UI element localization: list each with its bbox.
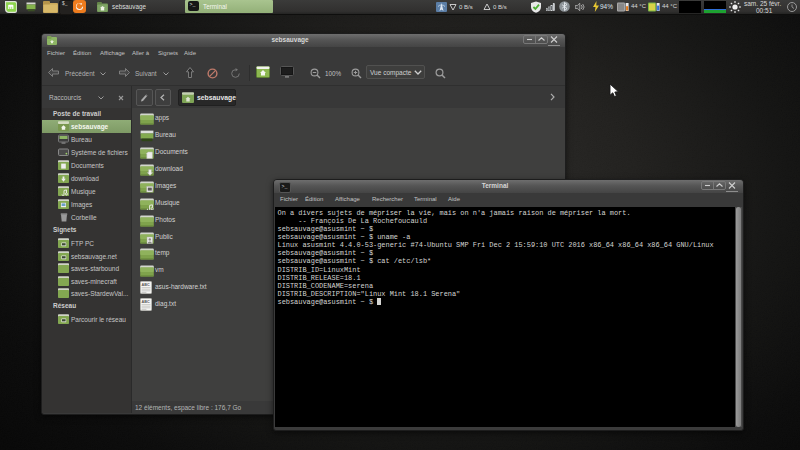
svg-text:ABC: ABC — [142, 283, 150, 287]
svg-text:ABC: ABC — [142, 300, 150, 304]
